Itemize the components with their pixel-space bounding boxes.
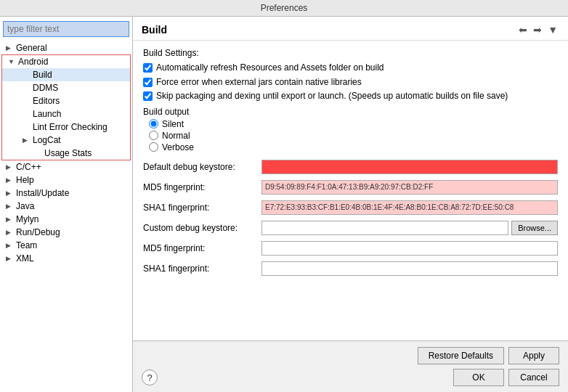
checkbox-auto-refresh: Automatically refresh Resources and Asse… [143,62,558,74]
sidebar-item-label: Android [18,57,48,67]
field-input-default-keystore[interactable] [261,160,558,174]
cancel-button[interactable]: Cancel [508,369,559,386]
fields-section: Default debug keystore: MD5 fingerprint:… [143,160,558,276]
sidebar-item-label: Team [16,240,37,250]
bottom-row2: ? OK Cancel [142,369,559,386]
radio-verbose-label: Verbose [162,142,194,152]
radio-verbose: Verbose [143,142,558,152]
sidebar-item-label: Lint Error Checking [33,122,107,132]
build-settings-label: Build Settings: [143,48,558,58]
menu-icon[interactable]: ▼ [546,23,559,37]
field-input-md5[interactable] [261,180,558,195]
sidebar-item-label: Usage Stats [44,148,92,158]
radio-silent-label: Silent [162,119,184,129]
field-input-custom-keystore[interactable] [261,221,508,235]
apply-button[interactable]: Apply [508,347,559,364]
sidebar-item-run-debug[interactable]: ▶ Run/Debug [0,226,132,239]
arrow-icon: ▶ [23,136,30,144]
sidebar-item-label: Editors [33,96,60,106]
radio-normal-input[interactable] [149,131,158,140]
checkbox-skip-packaging-input[interactable] [143,91,153,101]
checkbox-force-error: Force error when external jars contain n… [143,77,558,89]
sidebar-item-help[interactable]: ▶ Help [0,173,132,187]
radio-verbose-input[interactable] [149,142,158,152]
field-label-sha1-custom: SHA1 fingerprint: [143,264,256,274]
back-icon[interactable]: ⬅ [517,23,529,37]
sidebar-item-lint[interactable]: Lint Error Checking [2,121,130,134]
sidebar-item-mylyn[interactable]: ▶ Mylyn [0,213,132,226]
field-input-sha1[interactable] [261,200,558,215]
sidebar-item-label: C/C++ [16,162,41,172]
arrow-icon: ▶ [6,44,13,52]
checkbox-auto-refresh-input[interactable] [143,63,153,73]
sidebar-item-logcat[interactable]: ▶ LogCat [2,134,130,147]
arrow-icon: ▶ [6,242,13,249]
sidebar-item-usage-stats[interactable]: Usage Stats [2,147,130,160]
bottom-row1: Restore Defaults Apply [142,347,559,364]
field-input-sha1-custom[interactable] [261,261,558,276]
field-row-md5: MD5 fingerprint: [143,180,558,195]
android-group: ▼ Android Build DDMS Editors Launc [1,54,131,160]
field-row-custom-keystore: Custom debug keystore: Browse... [143,221,558,235]
arrow-icon: ▶ [6,216,13,223]
sidebar-item-label: Launch [33,109,61,119]
sidebar-item-label: Install/Update [16,188,69,198]
arrow-icon: ▶ [6,176,13,184]
sidebar-item-label: DDMS [33,83,58,93]
sidebar-item-label: Mylyn [16,214,38,224]
field-label-md5: MD5 fingerprint: [143,182,256,192]
radio-normal: Normal [143,131,558,141]
build-output-section: Build output Silent Normal Verbose [143,107,558,152]
content-panel: Build ⬅ ➡ ▼ Build Settings: Automaticall… [133,17,568,392]
title-text: Preferences [261,3,308,13]
tree-container: ▶ General ▼ Android Build DDMS [0,41,132,392]
field-label-default-keystore: Default debug keystore: [143,162,256,172]
header-icons: ⬅ ➡ ▼ [517,23,559,37]
checkbox-auto-refresh-label: Automatically refresh Resources and Asse… [156,62,384,74]
field-label-md5-custom: MD5 fingerprint: [143,243,256,253]
bottom-bar: Restore Defaults Apply ? OK Cancel [133,340,568,392]
checkbox-force-error-input[interactable] [143,78,153,87]
forward-icon[interactable]: ➡ [532,23,543,37]
sidebar-item-java[interactable]: ▶ Java [0,200,132,213]
sidebar-item-install-update[interactable]: ▶ Install/Update [0,187,132,200]
arrow-icon: ▶ [6,255,13,262]
field-label-custom-keystore: Custom debug keystore: [143,223,256,233]
sidebar-item-ddms[interactable]: DDMS [2,81,130,94]
sidebar-item-build[interactable]: Build [2,68,130,81]
sidebar-item-label: XML [16,253,34,264]
main-container: ▶ General ▼ Android Build DDMS [0,17,568,392]
sidebar-item-cpp[interactable]: ▶ C/C++ [0,160,132,173]
field-row-sha1: SHA1 fingerprint: [143,200,558,215]
help-button[interactable]: ? [142,369,158,385]
sidebar-item-xml[interactable]: ▶ XML [0,252,132,265]
arrow-icon: ▶ [6,229,13,236]
sidebar-item-label: Run/Debug [16,227,60,237]
filter-input[interactable] [3,21,129,37]
arrow-icon: ▶ [6,203,13,210]
ok-button[interactable]: OK [453,369,504,386]
sidebar-item-launch[interactable]: Launch [2,107,130,121]
field-input-md5-custom[interactable] [261,241,558,256]
field-row-md5-custom: MD5 fingerprint: [143,241,558,256]
ok-cancel-group: OK Cancel [453,369,559,386]
sidebar-item-label: General [16,43,47,53]
page-title: Build [142,24,167,36]
sidebar-item-team[interactable]: ▶ Team [0,239,132,252]
sidebar-item-label: Help [16,175,34,185]
build-output-label: Build output [143,107,558,117]
sidebar-item-general[interactable]: ▶ General [0,41,132,54]
field-with-button-custom: Browse... [261,221,558,235]
field-row-sha1-custom: SHA1 fingerprint: [143,261,558,276]
sidebar-item-label: Java [16,201,34,211]
title-bar: Preferences [0,0,568,17]
arrow-icon: ▶ [6,189,13,197]
radio-silent-input[interactable] [149,119,158,128]
browse-button[interactable]: Browse... [511,221,558,235]
content-header: Build ⬅ ➡ ▼ [133,17,568,41]
restore-defaults-button[interactable]: Restore Defaults [418,347,504,364]
radio-normal-label: Normal [162,131,190,141]
sidebar-item-android[interactable]: ▼ Android [2,55,130,68]
sidebar-item-editors[interactable]: Editors [2,94,130,107]
content-body: Build Settings: Automatically refresh Re… [133,41,568,340]
